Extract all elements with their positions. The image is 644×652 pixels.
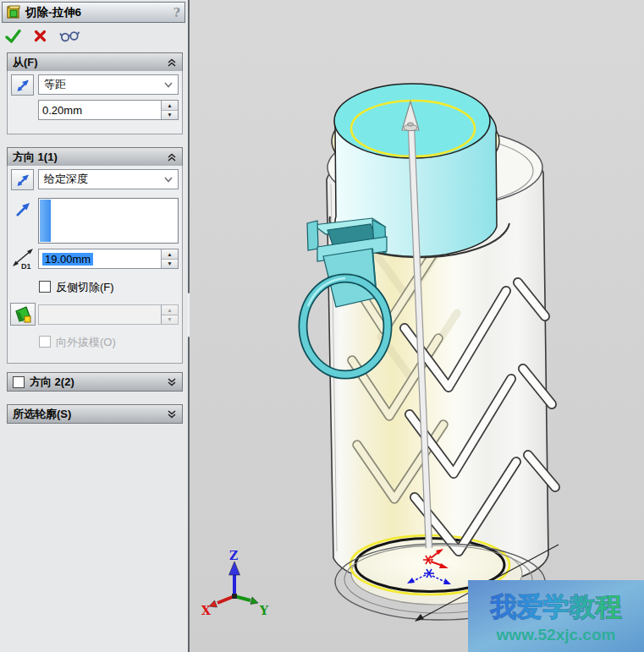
cancel-button[interactable] bbox=[34, 30, 47, 42]
section-header-contours[interactable]: 所选轮廓(S) bbox=[7, 404, 183, 424]
watermark-title: 我爱学教程 bbox=[490, 592, 622, 622]
double-chevron-down-icon bbox=[167, 410, 177, 419]
depth-value[interactable]: 19.00mm bbox=[42, 253, 93, 266]
draft-angle-value bbox=[39, 305, 161, 324]
spin-up-button: ▲ bbox=[162, 305, 178, 315]
section-label-contours: 所选轮廓(S) bbox=[13, 407, 71, 422]
draft-angle-spinbox: ▲ ▼ bbox=[38, 304, 179, 325]
feature-title: 切除-拉伸6 bbox=[25, 5, 81, 20]
depth-spinbox[interactable]: 19.00mm ▲ ▼ bbox=[38, 249, 179, 269]
section-header-direction1[interactable]: 方向 1(1) bbox=[7, 147, 183, 167]
cut-extrude-feature-icon bbox=[7, 5, 21, 19]
model-scene[interactable]: Z X Y bbox=[190, 0, 644, 652]
direction2-checkbox[interactable] bbox=[13, 376, 25, 388]
section-label-direction1: 方向 1(1) bbox=[13, 150, 58, 165]
offset-distance-value[interactable]: 0.20mm bbox=[39, 101, 161, 119]
property-manager-panel: 切除-拉伸6 ? bbox=[0, 0, 190, 652]
reverse-arrows-icon bbox=[14, 172, 31, 189]
glasses-icon bbox=[59, 30, 80, 42]
draft-outward-label: 向外拔模(O) bbox=[56, 335, 116, 350]
offset-distance-spinbox[interactable]: 0.20mm ▲ ▼ bbox=[38, 100, 179, 120]
double-chevron-up-icon bbox=[167, 58, 177, 67]
double-chevron-down-icon bbox=[167, 378, 177, 386]
y-axis-label: Y bbox=[259, 604, 269, 617]
watermark-url: www.52xjc.com bbox=[496, 626, 616, 644]
chevron-down-icon bbox=[164, 82, 173, 88]
draft-button[interactable] bbox=[10, 303, 36, 326]
start-condition-dropdown[interactable]: 等距 bbox=[38, 74, 179, 95]
section-header-from[interactable]: 从(F) bbox=[7, 52, 183, 72]
direction-arrow-icon bbox=[14, 201, 31, 218]
from-reverse-direction-button[interactable] bbox=[11, 74, 34, 96]
section-header-direction2[interactable]: 方向 2(2) bbox=[7, 372, 183, 392]
preview-button[interactable] bbox=[59, 30, 80, 42]
chevron-down-icon bbox=[164, 177, 173, 183]
dir1-reverse-direction-button[interactable] bbox=[11, 169, 34, 190]
depth-dimension-icon: D1 bbox=[10, 247, 36, 271]
spin-down-button[interactable]: ▼ bbox=[162, 260, 178, 269]
double-chevron-up-icon bbox=[167, 153, 177, 162]
solidworks-window: 切除-拉伸6 ? bbox=[0, 0, 644, 652]
end-condition-value: 给定深度 bbox=[44, 172, 88, 187]
flip-side-label: 反侧切除(F) bbox=[56, 280, 114, 295]
graphics-viewport[interactable]: Z X Y 我爱学教程 www.52xjc.com bbox=[190, 0, 644, 652]
section-body-from: 等距 0.20mm ▲ ▼ bbox=[7, 71, 183, 134]
z-axis-arrow bbox=[229, 562, 240, 575]
ok-button[interactable] bbox=[5, 29, 21, 43]
spin-down-button: ▼ bbox=[162, 315, 178, 325]
reverse-arrows-icon bbox=[14, 77, 31, 94]
x-axis-label: X bbox=[201, 604, 211, 617]
draft-outward-checkbox bbox=[39, 336, 51, 348]
check-icon bbox=[5, 29, 21, 43]
spin-up-button[interactable]: ▲ bbox=[162, 101, 178, 111]
active-selection-highlight bbox=[40, 200, 51, 242]
watermark: 我爱学教程 www.52xjc.com bbox=[468, 580, 644, 652]
flip-side-checkbox[interactable] bbox=[39, 281, 51, 293]
y-axis-arrow bbox=[250, 597, 258, 605]
feature-titlebar: 切除-拉伸6 ? bbox=[2, 2, 185, 23]
help-button[interactable]: ? bbox=[173, 6, 180, 19]
section-label-direction2: 方向 2(2) bbox=[30, 375, 74, 390]
section-label-from: 从(F) bbox=[13, 55, 38, 70]
start-condition-value: 等距 bbox=[44, 77, 66, 92]
z-axis-label: Z bbox=[229, 549, 238, 562]
depth-dim-label: D1 bbox=[21, 262, 31, 271]
spin-up-button[interactable]: ▲ bbox=[162, 249, 178, 260]
direction-reference-listbox[interactable] bbox=[38, 198, 179, 244]
pm-toolbar bbox=[5, 25, 80, 46]
draft-wedge-icon bbox=[14, 305, 32, 324]
end-condition-dropdown[interactable]: 给定深度 bbox=[38, 169, 179, 189]
orientation-triad: Z X Y bbox=[201, 549, 269, 617]
spin-down-button[interactable]: ▼ bbox=[162, 111, 178, 120]
x-icon bbox=[34, 30, 47, 42]
section-body-direction1: 给定深度 D1 19.00mm ▲ bbox=[7, 166, 183, 364]
depth-value-wrap[interactable]: 19.00mm bbox=[39, 249, 161, 268]
